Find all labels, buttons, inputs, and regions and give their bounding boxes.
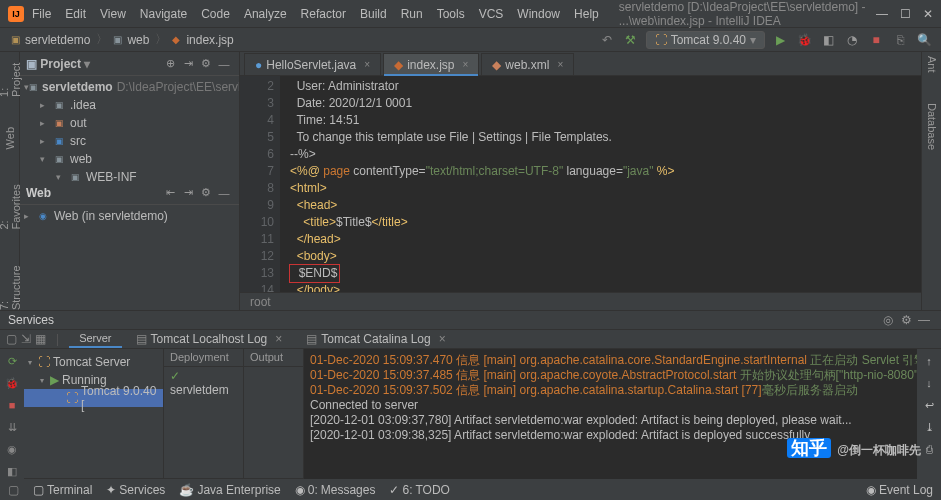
tab-catalina-log[interactable]: ▤Tomcat Catalina Log× <box>296 330 455 348</box>
menu-analyze[interactable]: Analyze <box>244 7 287 21</box>
tab-localhost-log[interactable]: ▤Tomcat Localhost Log× <box>126 330 293 348</box>
tab-webxml[interactable]: ◆web.xml× <box>481 53 574 75</box>
btab-messages[interactable]: ◉0: Messages <box>295 483 376 497</box>
project-sidebar: ▣ Project ▾ ⊕ ⇥ ⚙ — ▾▣servletdemoD:\Idea… <box>20 52 240 310</box>
run-button[interactable]: ▶ <box>771 31 789 49</box>
tab-server[interactable]: Server <box>69 330 121 348</box>
expand-icon[interactable]: ⇥ <box>179 184 197 202</box>
btab-javaee[interactable]: ☕Java Enterprise <box>179 483 280 497</box>
tool-favorites[interactable]: 2: Favorites <box>0 179 22 230</box>
menu-view[interactable]: View <box>100 7 126 21</box>
hide-icon[interactable]: — <box>215 184 233 202</box>
close-icon[interactable]: × <box>557 59 563 70</box>
select-opened-icon[interactable]: ⊕ <box>161 55 179 73</box>
filter-icon[interactable]: ▢ <box>6 332 17 346</box>
project-tree[interactable]: ▾▣servletdemoD:\IdeaProject\EE\servletde… <box>20 76 239 181</box>
btab-terminal[interactable]: ▢Terminal <box>33 483 92 497</box>
profile-button[interactable]: ◔ <box>843 31 861 49</box>
gear-icon[interactable]: ⚙ <box>897 311 915 329</box>
tab-helloservlet[interactable]: ●HelloServlet.java× <box>244 53 381 75</box>
project-panel-title[interactable]: ▣ Project ▾ <box>26 57 161 71</box>
layout-icon[interactable]: ▦ <box>35 332 46 346</box>
coverage-button[interactable]: ◧ <box>819 31 837 49</box>
tool-ant[interactable]: Ant <box>926 56 938 73</box>
hammer-build-icon[interactable]: ⚒ <box>622 31 640 49</box>
wrap-icon[interactable]: ↩ <box>921 397 937 413</box>
menu-code[interactable]: Code <box>201 7 230 21</box>
tree-src[interactable]: ▸▣src <box>20 132 239 150</box>
crumb-project[interactable]: ▣servletdemo <box>8 33 90 47</box>
web-tree-item[interactable]: ▸◉Web (in servletdemo) <box>20 207 239 225</box>
menu-window[interactable]: Window <box>517 7 560 21</box>
menu-help[interactable]: Help <box>574 7 599 21</box>
tree-root[interactable]: ▾▣servletdemoD:\IdeaProject\EE\servletde… <box>20 78 239 96</box>
menu-vcs[interactable]: VCS <box>479 7 504 21</box>
back-button[interactable]: ↶ <box>598 31 616 49</box>
run-config-selector[interactable]: ⛶Tomcat 9.0.40▾ <box>646 31 765 49</box>
menu-build[interactable]: Build <box>360 7 387 21</box>
web-panel-header: Web ⇤ ⇥ ⚙ — <box>20 181 239 205</box>
debug-icon[interactable]: 🐞 <box>4 375 20 391</box>
hide-icon[interactable]: — <box>915 311 933 329</box>
search-icon[interactable]: 🔍 <box>915 31 933 49</box>
deployment-item[interactable]: ✓ servletdem <box>164 367 243 399</box>
stop-button[interactable]: ■ <box>867 31 885 49</box>
gear-icon[interactable]: ⚙ <box>197 55 215 73</box>
web-tree[interactable]: ▸◉Web (in servletdemo) <box>20 205 239 310</box>
close-icon[interactable]: × <box>364 59 370 70</box>
menu-file[interactable]: File <box>32 7 51 21</box>
tree-idea[interactable]: ▸▣.idea <box>20 96 239 114</box>
update-vcs-icon[interactable]: ⎘ <box>891 31 909 49</box>
browser-icon[interactable]: ◉ <box>4 441 20 457</box>
svc-instance[interactable]: ⛶Tomcat 9.0.40 [ <box>24 389 163 407</box>
crumb-folder[interactable]: ▣web <box>110 33 149 47</box>
up-icon[interactable]: ↑ <box>921 353 937 369</box>
hide-icon[interactable]: — <box>215 55 233 73</box>
menu-tools[interactable]: Tools <box>437 7 465 21</box>
maximize-button[interactable]: ☐ <box>900 7 911 21</box>
collapse-all-icon[interactable]: ⇥ <box>179 55 197 73</box>
crumb-file[interactable]: ◆index.jsp <box>169 33 233 47</box>
update-icon[interactable]: ⇊ <box>4 419 20 435</box>
tab-indexjsp[interactable]: ◆index.jsp× <box>383 53 479 75</box>
tool-project[interactable]: 1: Project <box>0 56 22 97</box>
debug-button[interactable]: 🐞 <box>795 31 813 49</box>
menu-run[interactable]: Run <box>401 7 423 21</box>
collapse-icon[interactable]: ⇤ <box>161 184 179 202</box>
event-log[interactable]: ◉Event Log <box>866 483 933 497</box>
xml-icon: ◆ <box>492 58 501 72</box>
tool-database[interactable]: Database <box>926 103 938 150</box>
menu-navigate[interactable]: Navigate <box>140 7 187 21</box>
settings-icon[interactable]: ◧ <box>4 463 20 479</box>
tree-web[interactable]: ▾▣web <box>20 150 239 168</box>
scroll-icon[interactable]: ⤓ <box>921 419 937 435</box>
svc-root[interactable]: ▾⛶Tomcat Server <box>24 353 163 371</box>
stop-icon[interactable]: ■ <box>4 397 20 413</box>
close-button[interactable]: ✕ <box>923 7 933 21</box>
print-icon[interactable]: ⎙ <box>921 441 937 457</box>
output-header: Output <box>244 349 303 367</box>
code-area[interactable]: 2345678910111213141516 User: Administrat… <box>240 76 921 292</box>
close-icon[interactable]: × <box>463 59 469 70</box>
tree-webinf[interactable]: ▾▣WEB-INF <box>20 168 239 181</box>
down-icon[interactable]: ↓ <box>921 375 937 391</box>
menu-refactor[interactable]: Refactor <box>301 7 346 21</box>
services-tree[interactable]: ▾⛶Tomcat Server ▾▶Running ⛶Tomcat 9.0.40… <box>24 349 164 479</box>
tool-web[interactable]: Web <box>4 127 16 149</box>
code-lines[interactable]: User: Administrator Date: 2020/12/1 0001… <box>280 76 921 292</box>
menu-edit[interactable]: Edit <box>65 7 86 21</box>
gear-icon[interactable]: ⚙ <box>197 184 215 202</box>
target-icon[interactable]: ◎ <box>879 311 897 329</box>
quick-access-icon[interactable]: ▢ <box>8 483 19 497</box>
btab-services[interactable]: ✦Services <box>106 483 165 497</box>
messages-icon: ◉ <box>295 483 305 497</box>
btab-todo[interactable]: ✓6: TODO <box>389 483 449 497</box>
services-tabs: ▢ ⇲ ▦ | Server ▤Tomcat Localhost Log× ▤T… <box>0 330 941 349</box>
rerun-icon[interactable]: ⟳ <box>4 353 20 369</box>
tool-structure[interactable]: 7: Structure <box>0 260 22 310</box>
minimize-button[interactable]: — <box>876 7 888 21</box>
tree-out[interactable]: ▸▣out <box>20 114 239 132</box>
services-icon: ✦ <box>106 483 116 497</box>
console[interactable]: 01-Dec-2020 15:09:37.470 信息 [main] org.a… <box>304 349 917 479</box>
tree-icon[interactable]: ⇲ <box>21 332 31 346</box>
